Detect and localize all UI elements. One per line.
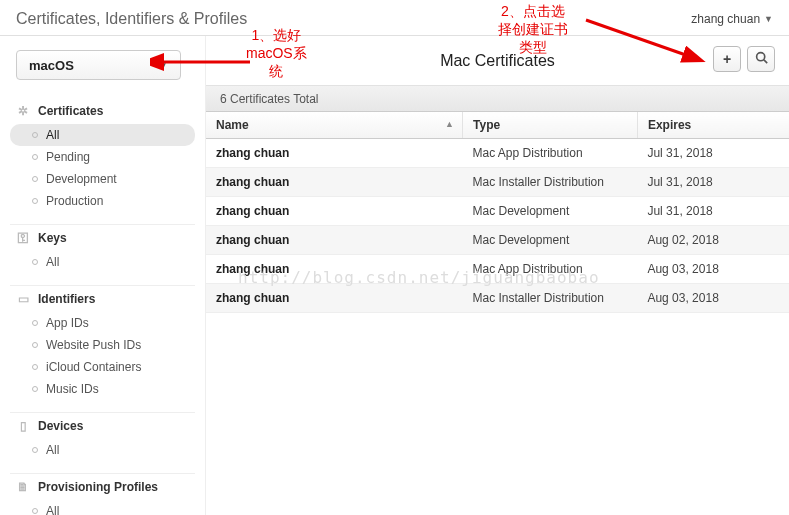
sidebar-item-label: iCloud Containers [46,360,141,374]
sidebar-item[interactable]: All [10,500,195,515]
sidebar-section-head: ✲Certificates [10,98,195,122]
cell-expires: Jul 31, 2018 [637,197,789,226]
bullet-icon [32,132,38,138]
cell-type: Mac Installer Distribution [463,168,638,197]
col-type[interactable]: Type [463,112,638,139]
section-icon: 🗎 [16,480,30,494]
cell-name: zhang chuan [206,284,463,313]
add-button[interactable]: + [713,46,741,72]
sidebar-item-label: All [46,443,59,457]
page-title: Certificates, Identifiers & Profiles [16,10,247,28]
cell-name: zhang chuan [206,255,463,284]
chevron-down-icon: ▼ [158,60,168,71]
bullet-icon [32,508,38,514]
cell-expires: Aug 02, 2018 [637,226,789,255]
plus-icon: + [723,51,731,67]
main: Mac Certificates + 6 Certificates Total … [206,36,789,515]
sidebar-item[interactable]: All [10,124,195,146]
bullet-icon [32,320,38,326]
user-menu[interactable]: zhang chuan ▼ [691,12,773,26]
sidebar-item[interactable]: iCloud Containers [10,356,195,378]
cell-type: Mac App Distribution [463,255,638,284]
sidebar-item[interactable]: App IDs [10,312,195,334]
certificates-count: 6 Certificates Total [206,86,789,112]
sort-asc-icon: ▲ [445,119,454,129]
bullet-icon [32,259,38,265]
search-icon [755,51,768,67]
sidebar-section-head: ▭Identifiers [10,285,195,310]
bullet-icon [32,176,38,182]
svg-point-0 [756,53,764,61]
section-title: Certificates [38,104,103,118]
certificates-table: Name▲ Type Expires zhang chuanMac App Di… [206,112,789,313]
sidebar-item-label: All [46,504,59,515]
sidebar-item-label: Development [46,172,117,186]
sidebar-item[interactable]: Music IDs [10,378,195,400]
table-row[interactable]: zhang chuanMac App DistributionJul 31, 2… [206,139,789,168]
cell-expires: Aug 03, 2018 [637,284,789,313]
section-title: Identifiers [38,292,95,306]
section-icon: ▭ [16,292,30,306]
search-button[interactable] [747,46,775,72]
cell-expires: Jul 31, 2018 [637,168,789,197]
sidebar-section-head: 🗎Provisioning Profiles [10,473,195,498]
sidebar: macOS ▼ ✲CertificatesAllPendingDevelopme… [0,36,206,515]
section-title: Keys [38,231,67,245]
sidebar-item-label: All [46,255,59,269]
bullet-icon [32,386,38,392]
cell-expires: Aug 03, 2018 [637,255,789,284]
user-name: zhang chuan [691,12,760,26]
layout: macOS ▼ ✲CertificatesAllPendingDevelopme… [0,36,789,515]
bullet-icon [32,198,38,204]
main-title: Mac Certificates [440,52,555,70]
sidebar-items: AllPendingDevelopmentProduction [10,122,195,218]
os-selector-label: macOS [29,58,74,73]
cell-type: Mac Development [463,226,638,255]
sidebar-items: App IDsWebsite Push IDsiCloud Containers… [10,310,195,406]
sidebar-item-label: Pending [46,150,90,164]
sidebar-items: All [10,437,195,467]
sidebar-item[interactable]: Pending [10,146,195,168]
col-name[interactable]: Name▲ [206,112,463,139]
table-row[interactable]: zhang chuanMac Installer DistributionJul… [206,168,789,197]
sidebar-item[interactable]: Production [10,190,195,212]
sidebar-item[interactable]: Development [10,168,195,190]
table-row[interactable]: zhang chuanMac DevelopmentJul 31, 2018 [206,197,789,226]
bullet-icon [32,154,38,160]
bullet-icon [32,447,38,453]
sidebar-item-label: App IDs [46,316,89,330]
sidebar-section-head: ▯Devices [10,412,195,437]
sidebar-items: AllDevelopmentDistribution [10,498,195,515]
cell-type: Mac Development [463,197,638,226]
toolbar-actions: + [713,46,775,72]
section-title: Provisioning Profiles [38,480,158,494]
table-row[interactable]: zhang chuanMac DevelopmentAug 02, 2018 [206,226,789,255]
sidebar-item[interactable]: Website Push IDs [10,334,195,356]
main-toolbar: Mac Certificates + [206,36,789,86]
col-expires[interactable]: Expires [637,112,789,139]
cell-name: zhang chuan [206,139,463,168]
bullet-icon [32,342,38,348]
svg-line-1 [763,60,766,63]
section-title: Devices [38,419,83,433]
sidebar-item[interactable]: All [10,251,195,273]
bullet-icon [32,364,38,370]
caret-down-icon: ▼ [764,14,773,24]
table-row[interactable]: zhang chuanMac App DistributionAug 03, 2… [206,255,789,284]
page-header: Certificates, Identifiers & Profiles zha… [0,0,789,36]
sidebar-item[interactable]: All [10,439,195,461]
table-header-row: Name▲ Type Expires [206,112,789,139]
section-icon: ⚿ [16,231,30,245]
cell-expires: Jul 31, 2018 [637,139,789,168]
sidebar-item-label: Website Push IDs [46,338,141,352]
cell-type: Mac App Distribution [463,139,638,168]
sidebar-item-label: Music IDs [46,382,99,396]
cell-name: zhang chuan [206,226,463,255]
os-selector[interactable]: macOS ▼ [16,50,181,80]
cell-type: Mac Installer Distribution [463,284,638,313]
table-row[interactable]: zhang chuanMac Installer DistributionAug… [206,284,789,313]
cell-name: zhang chuan [206,168,463,197]
cell-name: zhang chuan [206,197,463,226]
section-icon: ✲ [16,104,30,118]
sidebar-item-label: All [46,128,59,142]
